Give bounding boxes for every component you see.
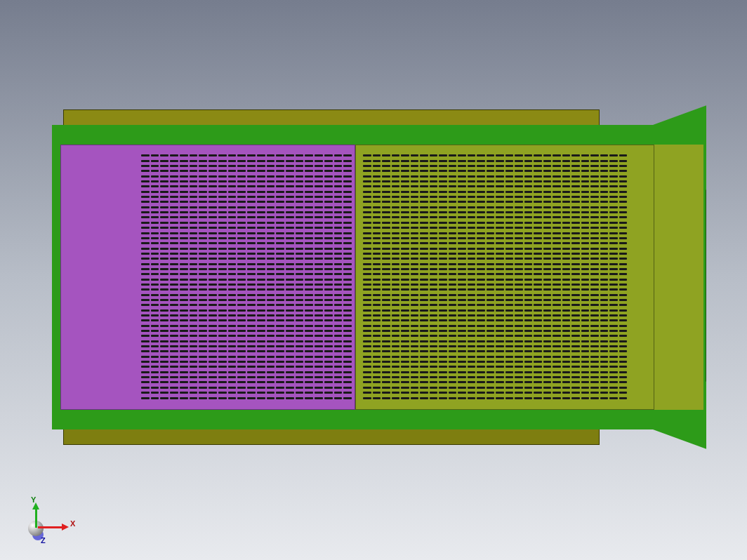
grille-slot (590, 381, 599, 383)
grille-slot (553, 294, 561, 296)
grille-slot (477, 376, 485, 378)
grille-slot (553, 381, 561, 383)
grille-slot (600, 371, 609, 373)
grille-slot (180, 330, 188, 332)
end-piece[interactable] (654, 145, 703, 410)
grille-slot (237, 371, 246, 373)
grille-slot (487, 180, 495, 182)
grille-slot (534, 273, 542, 275)
grille-slot (151, 227, 159, 229)
grille-slot (160, 201, 168, 203)
grille-slot (382, 268, 390, 270)
grille-slot (382, 397, 390, 399)
grille-row (362, 253, 628, 255)
grille-slot (170, 294, 178, 296)
grille-slot (334, 345, 343, 347)
grille-slot (562, 366, 571, 368)
grille-slot (524, 284, 533, 286)
grille-slot (449, 345, 457, 347)
grille-slot (600, 335, 609, 337)
grille-slot (247, 361, 256, 363)
grille-slot (218, 248, 227, 250)
grille-slot (534, 248, 542, 250)
grille-slot (190, 263, 198, 265)
cad-model-assembly[interactable] (52, 109, 706, 445)
grille-slot (286, 185, 294, 187)
grille-row (362, 237, 628, 240)
grille-slot (382, 242, 390, 244)
grille-slot (247, 319, 256, 321)
grille-slot (600, 273, 609, 275)
grille-slot (228, 211, 237, 213)
grille-slot (411, 154, 419, 156)
grille-slot (276, 340, 284, 342)
grille-slot (382, 309, 390, 312)
cad-viewport[interactable]: X Y Z (0, 0, 747, 560)
grille-slot (581, 284, 590, 286)
grille-slot (430, 170, 438, 172)
grille-slot (199, 288, 207, 291)
grille-slot (382, 222, 390, 224)
grille-slot (247, 216, 256, 218)
grille-slot (324, 304, 333, 306)
grille-slot (609, 175, 618, 178)
grille-slot (487, 392, 495, 394)
grille-slot (543, 299, 552, 301)
grille-slot (505, 356, 514, 358)
grille-slot (363, 366, 371, 368)
grille-slot (524, 392, 533, 394)
grille-slot (267, 154, 275, 156)
grille-slot (363, 222, 371, 224)
grille-slot (392, 325, 400, 327)
grille-slot (209, 299, 217, 301)
grille-slot (581, 381, 590, 383)
grille-slot (218, 350, 227, 352)
grille-slot (600, 345, 609, 347)
grille-slot (496, 185, 504, 187)
grille-slot (524, 273, 533, 275)
grille-slot (411, 185, 419, 187)
grille-slot (151, 371, 159, 373)
grille-slot (151, 284, 159, 286)
grille-slot (515, 170, 523, 172)
grille-slot (151, 294, 159, 296)
grille-slot (420, 268, 428, 270)
grille-slot (600, 319, 609, 321)
grille-slot (562, 253, 571, 255)
grille-slot (515, 248, 523, 250)
grille-slot (315, 325, 323, 327)
grille-slot (257, 154, 265, 156)
grille-slot (170, 237, 178, 239)
grille-slot (449, 279, 457, 281)
grille-slot (392, 175, 400, 178)
grille-slot (600, 279, 609, 281)
grille-slot (468, 258, 476, 260)
grille-slot (401, 381, 409, 383)
grille-row (140, 196, 352, 199)
grille-slot (343, 185, 352, 187)
grille-slot (190, 165, 198, 167)
grille-slot (296, 242, 304, 244)
grille-slot (524, 381, 533, 383)
grille-slot (609, 206, 618, 208)
grille-row (362, 227, 628, 229)
grille-slot (334, 227, 343, 229)
grille-slot (237, 325, 246, 327)
grille-slot (524, 206, 533, 208)
navigation-triad[interactable]: X Y Z (28, 498, 70, 540)
grille-slot (296, 201, 304, 203)
grille-row (362, 258, 628, 260)
grille-slot (590, 201, 599, 203)
grille-slot (209, 340, 217, 342)
grille-slot (401, 299, 409, 301)
grille-slot (534, 160, 542, 162)
grille-slot (487, 201, 495, 203)
grille-slot (515, 387, 523, 389)
grille-slot (505, 392, 514, 394)
grille-slot (581, 222, 590, 224)
grille-slot (496, 268, 504, 270)
grille-slot (487, 191, 495, 193)
grille-slot (543, 288, 552, 291)
grille-slot (315, 170, 323, 172)
grille-slot (487, 397, 495, 399)
